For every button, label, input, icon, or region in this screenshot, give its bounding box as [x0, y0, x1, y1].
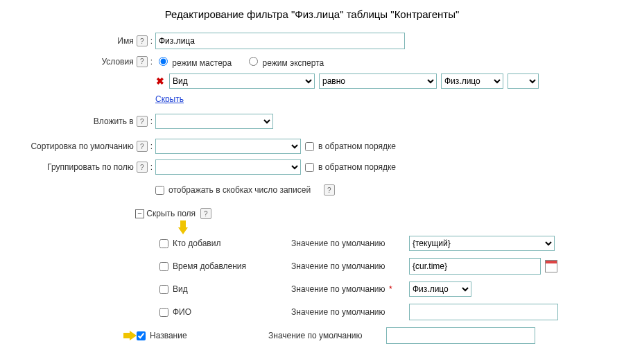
help-icon[interactable]: ?: [137, 116, 148, 127]
default-value-select[interactable]: Физ.лицо: [409, 281, 471, 297]
condition-field-select[interactable]: Вид: [169, 73, 315, 89]
hide-field-checkbox[interactable]: [159, 262, 168, 271]
group-by-label: Группировать по полю: [47, 162, 134, 172]
hide-field-checkbox[interactable]: [159, 239, 168, 248]
mode-master-label: режим мастера: [172, 58, 232, 68]
hide-field-checkbox[interactable]: [159, 285, 168, 294]
field-label: Время добавления: [173, 261, 246, 271]
hide-field-row: Кто добавилЗначение по умолчанию{текущий…: [159, 236, 624, 251]
hide-field-row: ВидЗначение по умолчанию *Физ.лицо: [159, 281, 624, 297]
default-value-input[interactable]: [409, 304, 558, 320]
field-label: Название: [150, 331, 187, 340]
default-value-label: Значение по умолчанию: [291, 284, 385, 294]
hide-field-checkbox[interactable]: [137, 331, 146, 340]
help-icon[interactable]: ?: [200, 208, 211, 219]
mode-master-radio[interactable]: [159, 57, 168, 66]
default-value-select[interactable]: {текущий}: [409, 236, 555, 251]
group-reverse-label: в обратном порядке: [318, 162, 396, 172]
hide-field-checkbox[interactable]: [159, 308, 168, 317]
default-value-label: Значение по умолчанию: [291, 307, 385, 317]
default-value-input[interactable]: [386, 327, 535, 344]
delete-condition-icon[interactable]: ✖: [155, 76, 165, 87]
show-count-label: отображать в скобках число записей: [168, 185, 311, 195]
field-label: ФИО: [173, 307, 191, 317]
hide-link[interactable]: Скрыть: [155, 94, 184, 104]
sort-default-label: Сортировка по умолчанию: [31, 141, 133, 151]
pointer-arrow-icon: [178, 220, 188, 236]
condition-operator-select[interactable]: равно: [319, 73, 437, 89]
mode-master-option[interactable]: режим мастера: [155, 55, 232, 68]
default-value-label: Значение по умолчанию: [291, 261, 385, 271]
hide-field-row: ФИОЗначение по умолчанию: [159, 304, 624, 320]
hide-field-row: НазваниеЗначение по умолчанию: [159, 327, 624, 344]
help-icon[interactable]: ?: [324, 184, 335, 196]
nest-into-select[interactable]: [155, 114, 273, 129]
calendar-icon[interactable]: [545, 260, 557, 272]
sort-reverse-label: в обратном порядке: [318, 141, 396, 151]
default-value-input[interactable]: [409, 258, 541, 275]
sort-default-select[interactable]: [155, 139, 301, 154]
required-mark: *: [387, 284, 392, 294]
default-value-label: Значение по умолчанию: [291, 239, 385, 248]
field-label: Кто добавил: [173, 239, 220, 248]
group-reverse-checkbox[interactable]: [305, 163, 314, 172]
collapse-toggle-icon[interactable]: −: [135, 209, 144, 218]
help-icon[interactable]: ?: [137, 141, 148, 152]
group-by-select[interactable]: [155, 159, 301, 175]
nest-into-label: Вложить в: [94, 116, 134, 126]
name-label: Имя: [117, 36, 133, 46]
hide-field-row: Время добавленияЗначение по умолчанию: [159, 258, 624, 275]
condition-value-select[interactable]: Физ.лицо: [441, 73, 503, 89]
default-value-label: Значение по умолчанию: [268, 331, 363, 340]
show-count-checkbox[interactable]: [155, 186, 164, 195]
sort-reverse-checkbox[interactable]: [305, 142, 314, 151]
conditions-label: Условия: [101, 57, 133, 67]
hide-fields-label: Скрыть поля: [146, 209, 196, 218]
name-input[interactable]: [155, 33, 405, 49]
condition-extra-select[interactable]: [508, 73, 539, 89]
page-title: Редактирование фильтра "Физ.лица" таблиц…: [0, 3, 624, 33]
help-icon[interactable]: ?: [137, 56, 148, 67]
field-label: Вид: [173, 284, 188, 294]
help-icon[interactable]: ?: [137, 162, 148, 173]
mode-expert-label: режим эксперта: [263, 58, 324, 68]
mode-expert-option[interactable]: режим эксперта: [245, 55, 324, 68]
mode-expert-radio[interactable]: [249, 57, 258, 66]
pointer-arrow-icon: [121, 331, 137, 340]
help-icon[interactable]: ?: [137, 35, 148, 46]
